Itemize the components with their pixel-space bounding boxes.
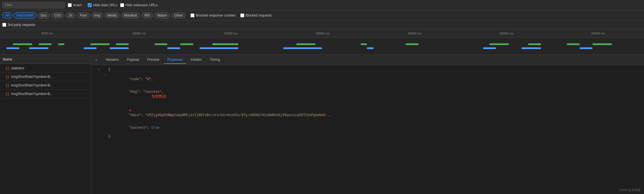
request-icon-ls2: {·}: [6, 83, 9, 87]
type-btn-fetch[interactable]: Fetch/XHR: [13, 12, 36, 19]
name-column-header: Name: [3, 57, 12, 61]
line-num-4: -: [91, 104, 102, 107]
type-btn-ws[interactable]: WS: [141, 12, 153, 19]
watermark: CSDN @吴秋霖: [618, 188, 641, 192]
divider: [85, 2, 85, 8]
invert-checkbox[interactable]: [68, 3, 72, 7]
type-btn-js[interactable]: JS: [65, 12, 76, 19]
annotation-encrypted: 加密数据: [151, 94, 166, 98]
tl-2: 15000 ms: [185, 32, 277, 35]
tab-preview[interactable]: Preview: [144, 56, 163, 64]
tl-6: 35000 ms: [552, 32, 644, 35]
request-icon-ls1: {·}: [6, 75, 9, 79]
invert-label: Invert: [73, 3, 82, 7]
blocked-requests-label[interactable]: Blocked requests: [240, 13, 272, 17]
line-content-6: }: [108, 134, 110, 138]
hide-data-urls-text: Hide data URLs: [93, 3, 117, 7]
tab-headers[interactable]: Headers: [102, 56, 122, 64]
third-party-checkbox[interactable]: [2, 23, 6, 27]
third-party-text: 3rd-party requests: [8, 23, 35, 27]
line-content-1: {: [108, 68, 110, 72]
line-num-1: 1: [91, 68, 102, 71]
third-party-label[interactable]: 3rd-party requests: [2, 23, 35, 27]
invert-checkbox-label[interactable]: Invert: [68, 3, 82, 7]
tl-5: 30000 ms: [460, 32, 552, 35]
blocked-checkboxes: Blocked response cookies Blocked request…: [190, 13, 272, 17]
type-btn-css[interactable]: CSS: [51, 12, 64, 19]
type-btn-wasm[interactable]: Wasm: [154, 12, 170, 19]
tl-0: 5000 ms: [1, 32, 93, 35]
json-key-code: "code": [129, 77, 141, 81]
request-item-longshort-2[interactable]: {·} longShortRate?symbol=B...: [0, 81, 91, 90]
code-line-5: - "success": true: [91, 122, 644, 134]
type-btn-img[interactable]: Img: [91, 12, 103, 19]
detail-panel: × Headers Payload Preview Response Initi…: [91, 55, 644, 194]
hide-extension-urls-label[interactable]: Hide extension URLs: [120, 3, 158, 7]
request-name-ls1: longShortRate?symbol=B...: [11, 75, 53, 79]
type-btn-doc[interactable]: Doc: [38, 12, 50, 19]
timeline-bars: [0, 38, 644, 55]
arrow-icon: ➜: [129, 108, 132, 113]
request-item-longshort-3[interactable]: {·} longShortRate?symbol=B...: [0, 90, 91, 98]
tab-response[interactable]: Response: [164, 56, 186, 64]
line-num-2: -: [91, 73, 102, 77]
request-item-statistics[interactable]: {·} statistics: [0, 64, 91, 72]
filter-bar: Invert Hide data URLs Hide extension URL…: [0, 0, 644, 10]
code-line-3: - "msg": "success", 加密数据: [91, 86, 644, 103]
type-btn-media[interactable]: Media: [104, 12, 120, 19]
request-item-longshort-1[interactable]: {·} longShortRate?symbol=B...: [0, 72, 91, 81]
type-btn-manifest[interactable]: Manifest: [121, 12, 140, 19]
blocked-response-cookies-text: Blocked response cookies: [196, 13, 235, 17]
hide-data-urls-label[interactable]: Hide data URLs: [88, 3, 117, 7]
line-content-3: "msg": "success", 加密数据: [108, 86, 166, 103]
code-line-4: - ➜ "data": "VPZjg4GpEhNWpCubpNDFi1xYj8D…: [91, 103, 644, 122]
request-list: Name {·} statistics {·} longShortRate?sy…: [0, 55, 91, 194]
timeline-bars-inner: [0, 38, 644, 54]
request-name-statistics: statistics: [11, 66, 24, 70]
response-content: 1 { - ▾ "code": "0", - "msg": "success",…: [91, 65, 644, 194]
hide-extension-urls-checkbox[interactable]: [120, 3, 124, 7]
line-num-3: -: [91, 86, 102, 89]
blocked-response-cookies-label[interactable]: Blocked response cookies: [190, 13, 235, 17]
line-content-5: "success": true: [108, 122, 159, 134]
tab-initiator[interactable]: Initiator: [187, 56, 205, 64]
request-icon-ls3: {·}: [6, 92, 9, 96]
request-name-ls2: longShortRate?symbol=B...: [11, 83, 53, 87]
tab-timing[interactable]: Timing: [206, 56, 223, 64]
third-party-bar: 3rd-party requests: [0, 21, 644, 29]
type-btn-other[interactable]: Other: [171, 12, 186, 19]
type-btn-all[interactable]: All: [2, 12, 12, 19]
line-content-4: ➜ "data": "VPZjg4GpEhNWpCubpNDFi1xYj8DTv…: [108, 104, 332, 121]
tab-payload[interactable]: Payload: [124, 56, 143, 64]
blocked-requests-text: Blocked requests: [246, 13, 272, 17]
tl-4: 25000 ms: [368, 32, 460, 35]
request-name-ls3: longShortRate?symbol=B...: [11, 92, 53, 96]
code-line-2: - ▾ "code": "0",: [91, 73, 644, 86]
line-num-6: -: [91, 134, 102, 138]
timeline-labels: 5000 ms 10000 ms 15000 ms 20000 ms 25000…: [0, 32, 644, 35]
hide-extension-urls-text: Hide extension URLs: [126, 3, 158, 7]
tl-3: 20000 ms: [277, 32, 369, 35]
line-num-5: -: [91, 122, 102, 125]
blocked-response-cookies-checkbox[interactable]: [190, 13, 194, 17]
line-toggle-2: ▾: [102, 73, 108, 77]
code-line-1: 1 {: [91, 67, 644, 73]
blocked-requests-checkbox[interactable]: [240, 13, 244, 17]
code-line-6: - }: [91, 134, 644, 140]
json-key-msg: "msg": [129, 90, 139, 94]
close-button[interactable]: ×: [93, 57, 99, 63]
detail-tabs: × Headers Payload Preview Response Initi…: [91, 55, 644, 65]
tl-1: 10000 ms: [93, 32, 185, 35]
line-content-2: "code": "0",: [108, 73, 153, 85]
type-bar: All Fetch/XHR Doc CSS JS Font Img Media …: [0, 10, 644, 21]
request-icon-statistics: {·}: [6, 66, 9, 70]
filter-input[interactable]: [2, 2, 65, 8]
timeline-header: 5000 ms 10000 ms 15000 ms 20000 ms 25000…: [0, 29, 644, 38]
bottom-area: Name {·} statistics {·} longShortRate?sy…: [0, 55, 644, 194]
request-list-header: Name: [0, 55, 91, 64]
hide-data-urls-checkbox[interactable]: [88, 3, 92, 7]
type-btn-font[interactable]: Font: [77, 12, 90, 19]
